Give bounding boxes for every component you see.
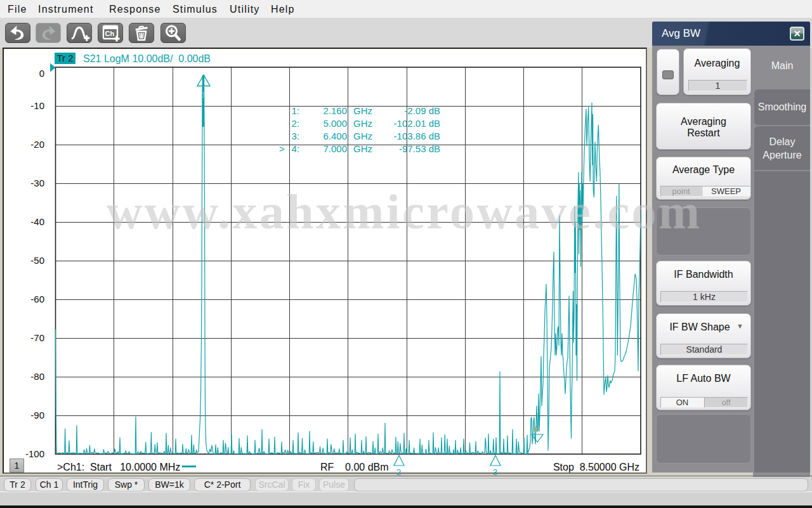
- svg-text:4: 4: [534, 424, 539, 434]
- svg-text:3: 3: [493, 467, 497, 477]
- svg-text:2: 2: [396, 467, 401, 477]
- svg-text:1: 1: [201, 90, 206, 100]
